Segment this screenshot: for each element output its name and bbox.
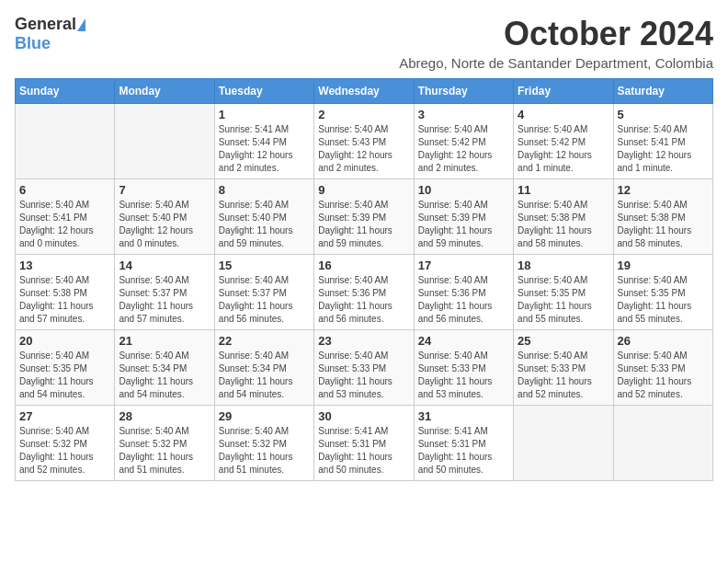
day-info: Sunrise: 5:40 AM Sunset: 5:39 PM Dayligh…	[318, 199, 409, 250]
weekday-header-row: SundayMondayTuesdayWednesdayThursdayFrid…	[16, 79, 713, 104]
calendar-cell: 11Sunrise: 5:40 AM Sunset: 5:38 PM Dayli…	[514, 179, 613, 255]
day-number: 3	[418, 108, 509, 121]
calendar-cell: 19Sunrise: 5:40 AM Sunset: 5:35 PM Dayli…	[613, 255, 712, 330]
calendar-cell: 3Sunrise: 5:40 AM Sunset: 5:42 PM Daylig…	[414, 104, 513, 179]
calendar-cell: 24Sunrise: 5:40 AM Sunset: 5:33 PM Dayli…	[414, 330, 513, 406]
day-info: Sunrise: 5:40 AM Sunset: 5:33 PM Dayligh…	[418, 350, 509, 401]
day-info: Sunrise: 5:40 AM Sunset: 5:33 PM Dayligh…	[318, 350, 409, 401]
day-info: Sunrise: 5:41 AM Sunset: 5:31 PM Dayligh…	[318, 425, 409, 477]
calendar-cell: 17Sunrise: 5:40 AM Sunset: 5:36 PM Dayli…	[414, 255, 513, 330]
day-info: Sunrise: 5:40 AM Sunset: 5:34 PM Dayligh…	[119, 350, 210, 401]
day-number: 4	[518, 108, 609, 121]
day-number: 23	[318, 334, 409, 348]
day-info: Sunrise: 5:40 AM Sunset: 5:40 PM Dayligh…	[119, 199, 210, 250]
calendar-cell: 21Sunrise: 5:40 AM Sunset: 5:34 PM Dayli…	[115, 330, 214, 406]
calendar-cell	[613, 406, 712, 481]
day-number: 11	[518, 183, 609, 197]
day-number: 2	[318, 108, 409, 121]
day-info: Sunrise: 5:40 AM Sunset: 5:40 PM Dayligh…	[219, 199, 310, 250]
day-info: Sunrise: 5:40 AM Sunset: 5:38 PM Dayligh…	[518, 199, 609, 250]
calendar-cell	[514, 406, 613, 481]
calendar-cell: 5Sunrise: 5:40 AM Sunset: 5:41 PM Daylig…	[613, 104, 712, 179]
day-number: 1	[219, 108, 310, 121]
day-number: 6	[19, 183, 110, 197]
calendar-week-3: 13Sunrise: 5:40 AM Sunset: 5:38 PM Dayli…	[16, 255, 713, 330]
day-info: Sunrise: 5:40 AM Sunset: 5:32 PM Dayligh…	[119, 425, 210, 477]
weekday-header-friday: Friday	[514, 79, 613, 104]
calendar-cell: 2Sunrise: 5:40 AM Sunset: 5:43 PM Daylig…	[314, 104, 414, 179]
day-info: Sunrise: 5:40 AM Sunset: 5:41 PM Dayligh…	[618, 123, 709, 175]
calendar-cell: 12Sunrise: 5:40 AM Sunset: 5:38 PM Dayli…	[613, 179, 712, 255]
day-number: 29	[219, 409, 310, 423]
day-number: 20	[19, 334, 110, 348]
day-info: Sunrise: 5:41 AM Sunset: 5:44 PM Dayligh…	[219, 123, 310, 175]
day-info: Sunrise: 5:40 AM Sunset: 5:43 PM Dayligh…	[318, 123, 409, 175]
day-info: Sunrise: 5:40 AM Sunset: 5:42 PM Dayligh…	[418, 123, 509, 175]
day-info: Sunrise: 5:40 AM Sunset: 5:39 PM Dayligh…	[418, 199, 509, 250]
day-number: 26	[618, 334, 709, 348]
weekday-header-saturday: Saturday	[613, 79, 712, 104]
day-info: Sunrise: 5:40 AM Sunset: 5:38 PM Dayligh…	[19, 274, 110, 326]
day-number: 8	[219, 183, 310, 197]
calendar-table: SundayMondayTuesdayWednesdayThursdayFrid…	[15, 78, 713, 481]
day-info: Sunrise: 5:40 AM Sunset: 5:37 PM Dayligh…	[119, 274, 210, 326]
day-number: 19	[618, 259, 709, 272]
calendar-cell: 16Sunrise: 5:40 AM Sunset: 5:36 PM Dayli…	[314, 255, 414, 330]
month-title: October 2024	[399, 15, 713, 53]
calendar-week-1: 1Sunrise: 5:41 AM Sunset: 5:44 PM Daylig…	[16, 104, 713, 179]
day-number: 22	[219, 334, 310, 348]
weekday-header-sunday: Sunday	[16, 79, 115, 104]
logo-blue: Blue	[15, 34, 51, 52]
day-info: Sunrise: 5:40 AM Sunset: 5:34 PM Dayligh…	[219, 350, 310, 401]
calendar-cell: 4Sunrise: 5:40 AM Sunset: 5:42 PM Daylig…	[514, 104, 613, 179]
day-number: 15	[219, 259, 310, 272]
calendar-week-5: 27Sunrise: 5:40 AM Sunset: 5:32 PM Dayli…	[16, 406, 713, 481]
calendar-cell: 22Sunrise: 5:40 AM Sunset: 5:34 PM Dayli…	[214, 330, 313, 406]
weekday-header-wednesday: Wednesday	[314, 79, 414, 104]
day-number: 5	[618, 108, 709, 121]
day-number: 16	[318, 259, 409, 272]
calendar-cell: 9Sunrise: 5:40 AM Sunset: 5:39 PM Daylig…	[314, 179, 414, 255]
day-info: Sunrise: 5:40 AM Sunset: 5:32 PM Dayligh…	[19, 425, 110, 477]
day-number: 13	[19, 259, 110, 272]
calendar-cell: 6Sunrise: 5:40 AM Sunset: 5:41 PM Daylig…	[16, 179, 115, 255]
day-info: Sunrise: 5:40 AM Sunset: 5:36 PM Dayligh…	[318, 274, 409, 326]
header: General Blue October 2024 Abrego, Norte …	[15, 15, 713, 71]
calendar-cell: 13Sunrise: 5:40 AM Sunset: 5:38 PM Dayli…	[16, 255, 115, 330]
day-number: 27	[19, 409, 110, 423]
day-number: 24	[418, 334, 509, 348]
calendar-cell: 26Sunrise: 5:40 AM Sunset: 5:33 PM Dayli…	[613, 330, 712, 406]
day-info: Sunrise: 5:40 AM Sunset: 5:36 PM Dayligh…	[418, 274, 509, 326]
calendar-cell: 28Sunrise: 5:40 AM Sunset: 5:32 PM Dayli…	[115, 406, 214, 481]
day-info: Sunrise: 5:40 AM Sunset: 5:38 PM Dayligh…	[618, 199, 709, 250]
calendar-cell: 15Sunrise: 5:40 AM Sunset: 5:37 PM Dayli…	[214, 255, 313, 330]
day-number: 9	[318, 183, 409, 197]
calendar-cell: 27Sunrise: 5:40 AM Sunset: 5:32 PM Dayli…	[16, 406, 115, 481]
day-info: Sunrise: 5:40 AM Sunset: 5:35 PM Dayligh…	[518, 274, 609, 326]
day-info: Sunrise: 5:40 AM Sunset: 5:33 PM Dayligh…	[518, 350, 609, 401]
day-info: Sunrise: 5:40 AM Sunset: 5:32 PM Dayligh…	[219, 425, 310, 477]
day-number: 10	[418, 183, 509, 197]
logo-icon	[77, 18, 85, 31]
calendar-cell: 25Sunrise: 5:40 AM Sunset: 5:33 PM Dayli…	[514, 330, 613, 406]
calendar-week-4: 20Sunrise: 5:40 AM Sunset: 5:35 PM Dayli…	[16, 330, 713, 406]
calendar-cell	[16, 104, 115, 179]
day-info: Sunrise: 5:41 AM Sunset: 5:31 PM Dayligh…	[418, 425, 509, 477]
day-info: Sunrise: 5:40 AM Sunset: 5:42 PM Dayligh…	[518, 123, 609, 175]
calendar-cell: 18Sunrise: 5:40 AM Sunset: 5:35 PM Dayli…	[514, 255, 613, 330]
calendar-cell: 14Sunrise: 5:40 AM Sunset: 5:37 PM Dayli…	[115, 255, 214, 330]
calendar-week-2: 6Sunrise: 5:40 AM Sunset: 5:41 PM Daylig…	[16, 179, 713, 255]
day-number: 25	[518, 334, 609, 348]
calendar-cell: 10Sunrise: 5:40 AM Sunset: 5:39 PM Dayli…	[414, 179, 513, 255]
calendar-cell: 31Sunrise: 5:41 AM Sunset: 5:31 PM Dayli…	[414, 406, 513, 481]
calendar-cell: 8Sunrise: 5:40 AM Sunset: 5:40 PM Daylig…	[214, 179, 313, 255]
calendar-cell: 23Sunrise: 5:40 AM Sunset: 5:33 PM Dayli…	[314, 330, 414, 406]
calendar-cell: 1Sunrise: 5:41 AM Sunset: 5:44 PM Daylig…	[214, 104, 313, 179]
logo-general: General	[15, 15, 76, 34]
day-info: Sunrise: 5:40 AM Sunset: 5:41 PM Dayligh…	[19, 199, 110, 250]
day-number: 21	[119, 334, 210, 348]
calendar-cell: 30Sunrise: 5:41 AM Sunset: 5:31 PM Dayli…	[314, 406, 414, 481]
weekday-header-thursday: Thursday	[414, 79, 513, 104]
day-number: 14	[119, 259, 210, 272]
calendar-cell: 29Sunrise: 5:40 AM Sunset: 5:32 PM Dayli…	[214, 406, 313, 481]
